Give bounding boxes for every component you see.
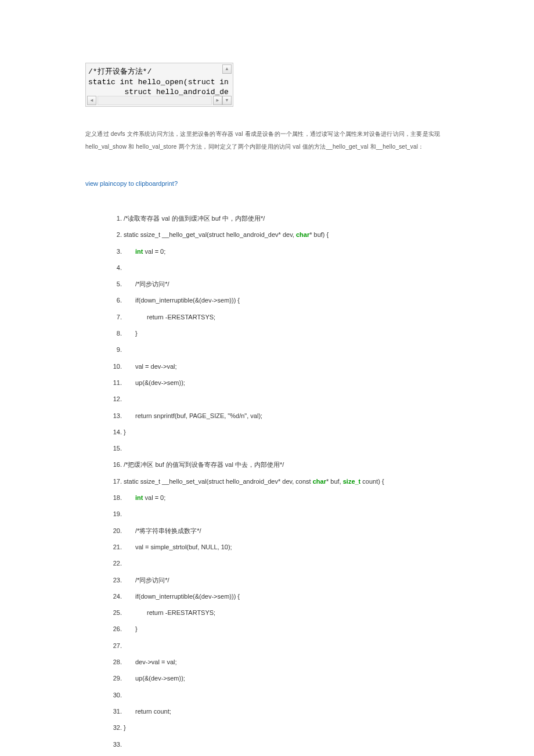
description-text: 定义通过 devfs 文件系统访问方法，这里把设备的寄存器 val 看成是设备的… (85, 128, 449, 153)
view-plain-link[interactable]: view plain (85, 180, 113, 187)
code-line: static ssize_t __hello_set_val(struct he… (124, 473, 449, 489)
code-line: if(down_interruptible(&(dev->sem))) { (124, 292, 449, 308)
code-line: val = dev->val; (124, 358, 449, 375)
code-line (124, 391, 449, 407)
code-line: int val = 0; (124, 489, 449, 506)
code-line: /*读取设备属性 val*/ (124, 753, 449, 756)
code-line: if(down_interruptible(&(dev->sem))) { (124, 588, 449, 604)
code-line: return -ERESTARTSYS; (124, 309, 449, 325)
code-line: return snprintf(buf, PAGE_SIZE, "%d/n", … (124, 408, 449, 424)
help-link[interactable]: ? (174, 180, 178, 187)
print-link[interactable]: print (161, 180, 174, 187)
code-line: } (124, 719, 449, 736)
code-line: int val = 0; (124, 243, 449, 260)
code-line: static ssize_t __hello_get_val(struct he… (124, 226, 449, 243)
code-line: /*同步访问*/ (124, 572, 449, 588)
scroll-right-icon[interactable]: ▶ (213, 96, 222, 105)
code-line (124, 638, 449, 654)
code-line (124, 440, 449, 456)
code-line: } (124, 621, 449, 637)
code-line: /*读取寄存器 val 的值到缓冲区 buf 中，内部使用*/ (124, 210, 449, 226)
code-line: dev->val = val; (124, 654, 449, 670)
code-line: up(&(dev->sem)); (124, 375, 449, 391)
copy-clipboard-link[interactable]: copy to clipboard (113, 180, 161, 187)
code-line (124, 341, 449, 358)
code-line: } (124, 424, 449, 440)
code-list: /*读取寄存器 val 的值到缓冲区 buf 中，内部使用*/static ss… (85, 210, 449, 756)
code-line (124, 736, 449, 753)
code-line (124, 260, 449, 276)
code-line: } (124, 325, 449, 341)
code-line: val = simple_strtol(buf, NULL, 10); (124, 539, 449, 555)
scroll-left-icon[interactable]: ◀ (87, 96, 96, 105)
code-tools-links: view plaincopy to clipboardprint? (85, 180, 449, 187)
code-line: /*同步访问*/ (124, 276, 449, 292)
code-line (124, 555, 449, 571)
code-line: /*把缓冲区 buf 的值写到设备寄存器 val 中去，内部使用*/ (124, 456, 449, 473)
code-line: return -ERESTARTSYS; (124, 604, 449, 621)
code-line: /*将字符串转换成数字*/ (124, 523, 449, 539)
scroll-down-icon[interactable]: ▼ (222, 96, 232, 105)
code-line: up(&(dev->sem)); (124, 670, 449, 686)
code-line: return count; (124, 703, 449, 719)
code-line (124, 687, 449, 703)
scroll-track-horizontal[interactable] (98, 96, 212, 105)
code-preview-box: /*打开设备方法*/ static int hello_open(struct … (85, 63, 233, 107)
scroll-up-icon[interactable]: ▲ (222, 64, 232, 74)
code-line (124, 506, 449, 522)
